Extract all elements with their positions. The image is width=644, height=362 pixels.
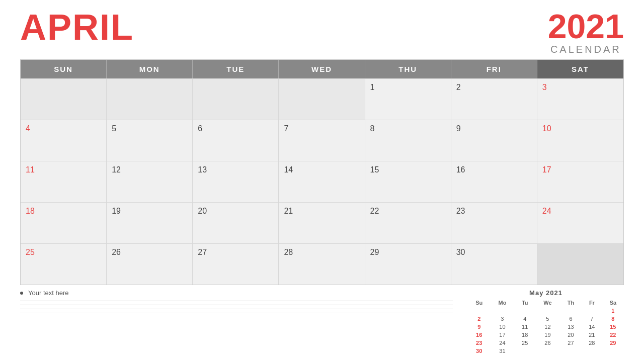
cal-cell: 5 bbox=[107, 120, 193, 161]
cal-header-wed: WED bbox=[279, 60, 365, 78]
mini-cal-cell: 15 bbox=[602, 323, 624, 331]
mini-cal-cell: 6 bbox=[560, 315, 582, 323]
cal-cell: 23 bbox=[451, 202, 537, 243]
notes-line-4 bbox=[20, 313, 453, 313]
cal-cell: 28 bbox=[279, 243, 365, 285]
cal-cell: 14 bbox=[279, 161, 365, 202]
cal-cell: 4 bbox=[21, 120, 107, 161]
notes-line-1 bbox=[20, 301, 453, 301]
mini-cal-cell: 3 bbox=[490, 315, 514, 323]
main-calendar: SUNMONTUEWEDTHUFRISAT 123456789101112131… bbox=[20, 59, 624, 285]
mini-cal-cell: 26 bbox=[535, 339, 560, 347]
cal-cell: 15 bbox=[365, 161, 451, 202]
mini-cal-cell: 23 bbox=[468, 339, 490, 347]
mini-cal-cell: 4 bbox=[514, 315, 535, 323]
mini-cal-cell bbox=[560, 347, 582, 355]
mini-cal-cell: 18 bbox=[514, 331, 535, 339]
cal-header-tue: TUE bbox=[193, 60, 279, 78]
mini-cal-header: Su bbox=[468, 299, 490, 307]
cal-cell: 8 bbox=[365, 120, 451, 161]
month-title: APRIL bbox=[20, 9, 134, 45]
page-header: APRIL 2021 CALENDAR bbox=[0, 0, 644, 59]
mini-cal-cell: 28 bbox=[582, 339, 602, 347]
notes-area: Your text here bbox=[20, 289, 468, 317]
cal-cell: 17 bbox=[537, 161, 623, 202]
cal-header-sun: SUN bbox=[21, 60, 107, 78]
cal-cell: 19 bbox=[107, 202, 193, 243]
mini-cal-cell: 21 bbox=[582, 331, 602, 339]
notes-line-2 bbox=[20, 305, 453, 305]
mini-cal-header: Fr bbox=[582, 299, 602, 307]
mini-cal-cell: 8 bbox=[602, 315, 624, 323]
footer: Your text here May 2021 SuMoTuWeThFrSa12… bbox=[20, 289, 624, 355]
cal-cell: 3 bbox=[537, 78, 623, 120]
cal-cell: 13 bbox=[193, 161, 279, 202]
mini-cal-cell: 2 bbox=[468, 315, 490, 323]
cal-cell: 11 bbox=[21, 161, 107, 202]
mini-cal-header: We bbox=[535, 299, 560, 307]
mini-cal-header: Sa bbox=[602, 299, 624, 307]
mini-cal-cell: 22 bbox=[602, 331, 624, 339]
mini-cal-cell: 12 bbox=[535, 323, 560, 331]
cal-cell: 25 bbox=[21, 243, 107, 285]
mini-cal-cell: 16 bbox=[468, 331, 490, 339]
year-block: 2021 CALENDAR bbox=[548, 9, 624, 54]
cal-header-sat: SAT bbox=[537, 60, 623, 78]
mini-cal-header: Tu bbox=[514, 299, 535, 307]
cal-cell bbox=[21, 78, 107, 120]
cal-cell: 12 bbox=[107, 161, 193, 202]
mini-cal-cell: 11 bbox=[514, 323, 535, 331]
cal-header-fri: FRI bbox=[451, 60, 537, 78]
mini-cal-cell: 5 bbox=[535, 315, 560, 323]
cal-cell: 18 bbox=[21, 202, 107, 243]
mini-cal-cell bbox=[490, 307, 514, 315]
mini-cal-cell: 27 bbox=[560, 339, 582, 347]
cal-cell: 1 bbox=[365, 78, 451, 120]
mini-cal-grid: SuMoTuWeThFrSa12345678910111213141516171… bbox=[468, 299, 624, 355]
mini-cal-cell: 13 bbox=[560, 323, 582, 331]
mini-cal-cell: 30 bbox=[468, 347, 490, 355]
cal-cell bbox=[107, 78, 193, 120]
mini-cal-cell bbox=[582, 347, 602, 355]
calendar-label: CALENDAR bbox=[548, 44, 624, 54]
mini-cal-header: Mo bbox=[490, 299, 514, 307]
mini-cal-cell bbox=[535, 307, 560, 315]
cal-cell: 20 bbox=[193, 202, 279, 243]
mini-cal-cell: 9 bbox=[468, 323, 490, 331]
mini-cal-cell: 20 bbox=[560, 331, 582, 339]
cal-cell: 6 bbox=[193, 120, 279, 161]
cal-header-thu: THU bbox=[365, 60, 451, 78]
mini-cal-cell bbox=[582, 307, 602, 315]
cal-cell bbox=[537, 243, 623, 285]
mini-cal-cell: 1 bbox=[602, 307, 624, 315]
mini-cal-cell: 24 bbox=[490, 339, 514, 347]
cal-cell: 2 bbox=[451, 78, 537, 120]
cal-cell: 9 bbox=[451, 120, 537, 161]
mini-cal-cell bbox=[514, 307, 535, 315]
mini-cal-cell: 25 bbox=[514, 339, 535, 347]
cal-cell: 7 bbox=[279, 120, 365, 161]
cal-header-mon: MON bbox=[107, 60, 193, 78]
cal-cell: 21 bbox=[279, 202, 365, 243]
mini-cal-cell bbox=[560, 307, 582, 315]
cal-cell: 29 bbox=[365, 243, 451, 285]
calendar-header-row: SUNMONTUEWEDTHUFRISAT bbox=[21, 60, 623, 78]
cal-cell bbox=[279, 78, 365, 120]
mini-cal-cell bbox=[602, 347, 624, 355]
calendar-body: 1234567891011121314151617181920212223242… bbox=[21, 78, 623, 285]
mini-cal-cell bbox=[468, 307, 490, 315]
cal-cell: 26 bbox=[107, 243, 193, 285]
mini-cal-cell: 14 bbox=[582, 323, 602, 331]
mini-cal-cell: 17 bbox=[490, 331, 514, 339]
notes-line-3 bbox=[20, 309, 453, 309]
cal-cell: 27 bbox=[193, 243, 279, 285]
cal-cell: 30 bbox=[451, 243, 537, 285]
cal-cell: 10 bbox=[537, 120, 623, 161]
notes-bullet: Your text here bbox=[20, 289, 453, 297]
cal-cell: 22 bbox=[365, 202, 451, 243]
mini-calendar: May 2021 SuMoTuWeThFrSa12345678910111213… bbox=[468, 289, 624, 355]
notes-text: Your text here bbox=[28, 289, 68, 297]
mini-cal-cell: 29 bbox=[602, 339, 624, 347]
mini-cal-cell bbox=[535, 347, 560, 355]
mini-cal-cell: 7 bbox=[582, 315, 602, 323]
